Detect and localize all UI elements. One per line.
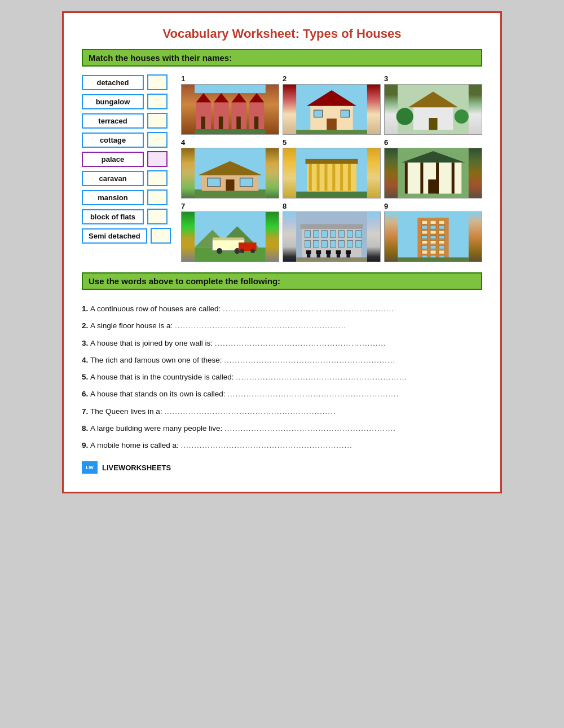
answer-dots: ........................................… bbox=[227, 390, 399, 398]
svg-rect-100 bbox=[430, 231, 436, 234]
svg-rect-46 bbox=[405, 162, 408, 193]
svg-rect-31 bbox=[226, 179, 234, 191]
svg-rect-49 bbox=[452, 162, 455, 193]
answer-dots: ........................................… bbox=[181, 441, 352, 449]
question-number: 6. bbox=[82, 390, 90, 398]
svg-rect-94 bbox=[430, 220, 436, 224]
photo-cell: 7 bbox=[181, 202, 279, 262]
house-photo-6 bbox=[384, 148, 482, 198]
svg-rect-72 bbox=[305, 240, 310, 248]
svg-rect-112 bbox=[430, 250, 436, 254]
question-text: The rich and famous own one of these: bbox=[90, 356, 224, 364]
photo-cell: 6 bbox=[384, 138, 482, 198]
answer-dots: ........................................… bbox=[224, 356, 395, 364]
svg-point-62 bbox=[250, 249, 255, 253]
fill-question: 7. The Queen lives in a: ...............… bbox=[82, 406, 482, 417]
word-label: terraced bbox=[82, 113, 144, 129]
svg-rect-89 bbox=[346, 250, 351, 254]
svg-rect-74 bbox=[321, 240, 327, 248]
word-label: bungalow bbox=[82, 94, 144, 109]
question-text: A house that is joined by one wall is: bbox=[90, 339, 215, 347]
svg-rect-3 bbox=[201, 117, 205, 130]
word-list: detachedbungalowterracedcottagepalacecar… bbox=[82, 74, 172, 262]
svg-rect-98 bbox=[439, 226, 444, 229]
answer-box[interactable] bbox=[151, 228, 171, 244]
match-section: detachedbungalowterracedcottagepalacecar… bbox=[82, 74, 482, 262]
word-label: caravan bbox=[82, 171, 144, 186]
word-item: terraced bbox=[82, 113, 172, 129]
house-photo-9 bbox=[384, 211, 482, 262]
svg-rect-95 bbox=[439, 220, 444, 224]
word-label: mansion bbox=[82, 190, 144, 205]
svg-point-26 bbox=[455, 109, 469, 123]
svg-rect-13 bbox=[195, 129, 266, 134]
svg-rect-43 bbox=[296, 192, 367, 198]
photo-number: 5 bbox=[283, 138, 381, 147]
answer-box[interactable] bbox=[147, 151, 168, 167]
svg-rect-20 bbox=[296, 130, 367, 134]
svg-rect-9 bbox=[236, 117, 241, 130]
svg-rect-57 bbox=[213, 237, 244, 240]
photo-cell: 9 bbox=[384, 202, 482, 262]
svg-rect-102 bbox=[422, 235, 428, 239]
house-photo-3 bbox=[384, 84, 482, 135]
word-item: mansion bbox=[82, 189, 172, 205]
question-text: A house that stands on its own is called… bbox=[90, 390, 227, 398]
house-photo-1 bbox=[181, 84, 279, 135]
svg-rect-96 bbox=[422, 226, 428, 229]
house-photo-2 bbox=[283, 84, 381, 135]
answer-box[interactable] bbox=[147, 132, 168, 148]
photo-number: 4 bbox=[181, 138, 279, 147]
svg-marker-2 bbox=[196, 93, 211, 102]
photo-cell: 5 bbox=[283, 138, 381, 198]
photo-cell: 4 bbox=[181, 138, 279, 198]
question-text: A continuous row of houses are called: bbox=[90, 305, 223, 313]
answer-box[interactable] bbox=[147, 113, 168, 129]
section2-header: Use the words above to complete the foll… bbox=[82, 272, 482, 290]
answer-box[interactable] bbox=[147, 209, 168, 224]
svg-rect-37 bbox=[317, 164, 320, 191]
svg-rect-79 bbox=[301, 224, 363, 229]
svg-rect-77 bbox=[347, 240, 353, 248]
answer-box[interactable] bbox=[147, 94, 168, 109]
svg-rect-40 bbox=[340, 164, 343, 191]
page-title: Vocabulary Worksheet: Types of Houses bbox=[82, 27, 482, 41]
house-photo-7 bbox=[181, 211, 279, 262]
svg-rect-109 bbox=[430, 245, 436, 249]
fill-question: 9. A mobile home is called a: ..........… bbox=[82, 440, 482, 451]
question-text: A house that is in the countryside is ca… bbox=[90, 373, 236, 381]
photo-number: 8 bbox=[283, 202, 381, 210]
house-photo-8 bbox=[283, 211, 381, 262]
question-text: The Queen lives in a: bbox=[90, 407, 164, 416]
worksheet-page: Vocabulary Worksheet: Types of Houses Ma… bbox=[62, 11, 502, 493]
footer: LW LIVEWORKSHEETS bbox=[82, 461, 482, 474]
fill-question: 6. A house that stands on its own is cal… bbox=[82, 389, 482, 400]
fill-question: 1. A continuous row of houses are called… bbox=[82, 303, 482, 315]
svg-rect-105 bbox=[422, 240, 428, 244]
svg-rect-33 bbox=[240, 178, 253, 187]
svg-rect-66 bbox=[313, 231, 319, 238]
answer-dots: ........................................… bbox=[236, 373, 407, 381]
svg-rect-24 bbox=[429, 118, 437, 130]
word-label: cottage bbox=[82, 133, 144, 148]
svg-rect-111 bbox=[422, 250, 428, 254]
photo-number: 7 bbox=[181, 202, 279, 210]
house-photo-4 bbox=[181, 148, 279, 198]
svg-rect-107 bbox=[439, 240, 444, 244]
svg-rect-78 bbox=[356, 240, 362, 248]
photo-number: 3 bbox=[384, 74, 482, 83]
answer-box[interactable] bbox=[147, 189, 168, 205]
svg-rect-90 bbox=[296, 257, 367, 262]
svg-point-25 bbox=[396, 108, 413, 125]
photos-grid: 123456789 bbox=[181, 74, 482, 262]
svg-rect-69 bbox=[339, 231, 345, 238]
answer-box[interactable] bbox=[147, 170, 168, 186]
photo-number: 9 bbox=[384, 202, 482, 210]
answer-dots: ........................................… bbox=[224, 424, 396, 433]
question-number: 4. bbox=[82, 356, 90, 364]
photo-cell: 3 bbox=[384, 74, 482, 135]
question-number: 5. bbox=[82, 373, 90, 381]
answer-box[interactable] bbox=[147, 74, 168, 90]
word-item: Semi detached bbox=[82, 228, 172, 244]
word-item: bungalow bbox=[82, 94, 172, 109]
